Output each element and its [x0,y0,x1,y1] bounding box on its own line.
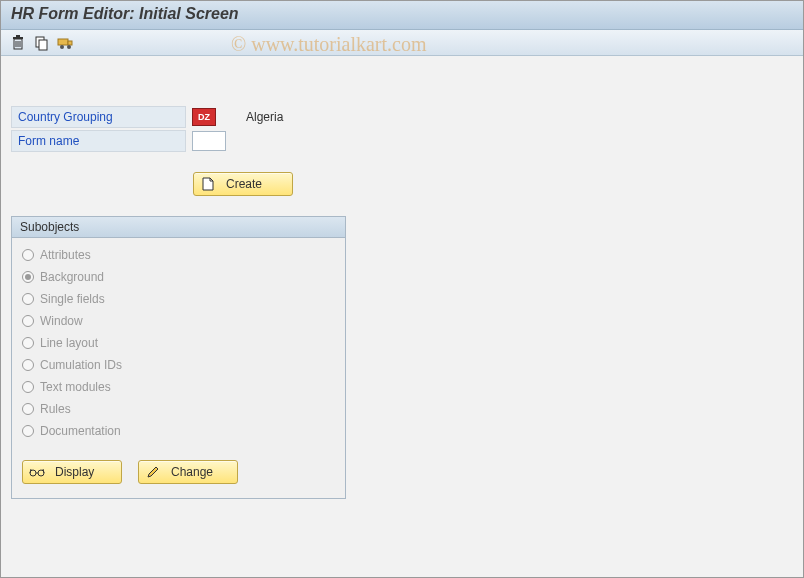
subobject-option-label: Text modules [40,380,111,394]
subobjects-title: Subobjects [12,217,345,238]
subobject-option[interactable]: Cumulation IDs [22,354,335,376]
transport-icon[interactable] [57,34,75,52]
change-button[interactable]: Change [138,460,238,484]
radio-icon [22,293,34,305]
radio-icon [22,425,34,437]
subobject-option[interactable]: Attributes [22,244,335,266]
subobject-option-label: Documentation [40,424,121,438]
content-area: Country Grouping DZ Algeria Form name Cr… [1,56,803,509]
country-grouping-label: Country Grouping [11,106,186,128]
form-name-label: Form name [11,130,186,152]
toolbar [1,30,803,56]
svg-rect-5 [16,35,20,37]
form-name-input[interactable] [192,131,226,151]
change-button-label: Change [171,465,213,479]
svg-point-10 [60,45,64,49]
subobject-option[interactable]: Window [22,310,335,332]
svg-point-11 [67,45,71,49]
radio-icon [22,337,34,349]
radio-icon [22,359,34,371]
country-grouping-value[interactable]: DZ [192,108,216,126]
country-grouping-desc: Algeria [246,110,283,124]
pencil-icon [145,465,161,479]
subobject-option-label: Rules [40,402,71,416]
radio-icon [22,381,34,393]
radio-icon [22,403,34,415]
create-button-label: Create [226,177,262,191]
page-title: HR Form Editor: Initial Screen [1,1,803,30]
subobject-option[interactable]: Documentation [22,420,335,442]
subobject-option-label: Attributes [40,248,91,262]
subobject-option[interactable]: Line layout [22,332,335,354]
copy-icon[interactable] [33,34,51,52]
subobject-option-label: Background [40,270,104,284]
subobjects-actions: Display Change [12,446,345,498]
subobject-option[interactable]: Rules [22,398,335,420]
new-document-icon [200,177,216,191]
svg-rect-7 [39,40,47,50]
radio-icon [22,315,34,327]
radio-icon [22,249,34,261]
display-button-label: Display [55,465,94,479]
svg-rect-9 [68,41,72,45]
create-row: Create [193,172,793,196]
subobject-option[interactable]: Single fields [22,288,335,310]
svg-rect-8 [58,39,68,45]
display-button[interactable]: Display [22,460,122,484]
create-button[interactable]: Create [193,172,293,196]
subobject-option-label: Cumulation IDs [40,358,122,372]
subobjects-body: AttributesBackgroundSingle fieldsWindowL… [12,238,345,446]
radio-icon [22,271,34,283]
glasses-icon [29,467,45,477]
subobject-option-label: Line layout [40,336,98,350]
subobjects-groupbox: Subobjects AttributesBackgroundSingle fi… [11,216,346,499]
subobject-option-label: Window [40,314,83,328]
subobject-option[interactable]: Background [22,266,335,288]
subobject-option-label: Single fields [40,292,105,306]
form-name-row: Form name [11,130,793,152]
country-grouping-row: Country Grouping DZ Algeria [11,106,793,128]
svg-rect-4 [13,37,23,39]
subobject-option[interactable]: Text modules [22,376,335,398]
delete-icon[interactable] [9,34,27,52]
